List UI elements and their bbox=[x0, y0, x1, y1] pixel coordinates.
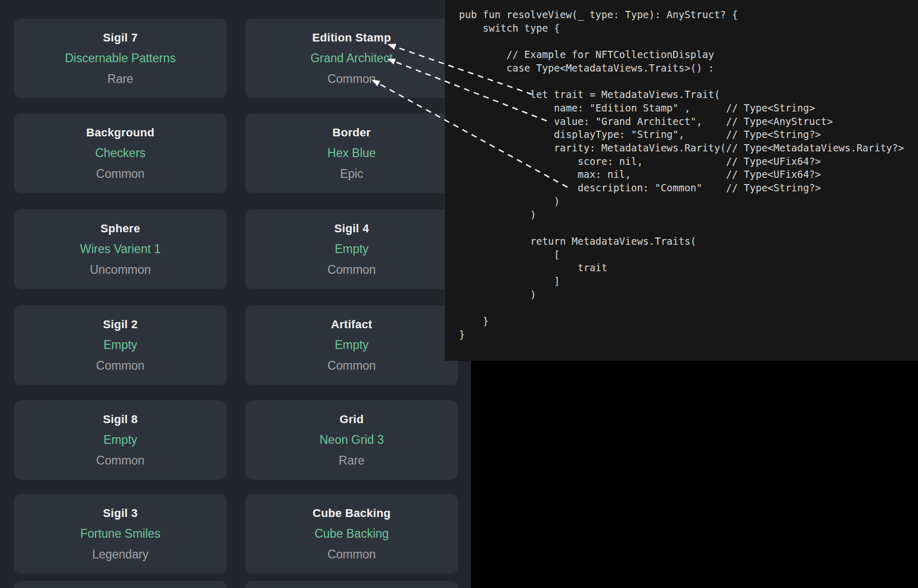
trait-rarity: Common bbox=[327, 263, 375, 277]
trait-value: Neon Grid 3 bbox=[319, 433, 384, 447]
traits-panel: Sigil 7 Discernable Patterns Rare Editio… bbox=[0, 0, 471, 588]
trait-rarity: Uncommon bbox=[90, 263, 151, 277]
trait-rarity: Rare bbox=[107, 72, 133, 86]
trait-value: Cube Backing bbox=[314, 527, 388, 541]
trait-name: Background bbox=[86, 126, 154, 139]
screenshot-root: { "colors": { "background": "#000000", "… bbox=[0, 0, 918, 588]
trait-value: Grand Architect bbox=[311, 51, 393, 65]
trait-rarity: Common bbox=[96, 359, 144, 373]
trait-card-sigil-3: Sigil 3 Fortune Smiles Legendary bbox=[14, 494, 227, 573]
trait-card-artifact: Artifact Empty Common bbox=[245, 305, 458, 385]
code-panel: pub fun resolveView(_ type: Type): AnySt… bbox=[445, 0, 918, 361]
trait-name: Border bbox=[332, 126, 371, 139]
trait-name: Sigil 8 bbox=[103, 413, 138, 426]
trait-rarity: Common bbox=[96, 167, 144, 181]
trait-name: Edition Stamp bbox=[312, 31, 391, 45]
trait-name: Sigil 4 bbox=[335, 222, 369, 235]
code-text: pub fun resolveView(_ type: Type): AnySt… bbox=[459, 9, 904, 340]
trait-rarity: Rare bbox=[339, 454, 365, 468]
trait-value: Hex Blue bbox=[327, 146, 375, 160]
trait-value: Empty bbox=[335, 242, 368, 256]
trait-card-background: Background Checkers Common bbox=[14, 114, 227, 193]
trait-value: Empty bbox=[103, 433, 137, 447]
trait-card-partial bbox=[14, 581, 227, 588]
trait-name: Grid bbox=[340, 413, 364, 426]
trait-card-partial bbox=[245, 581, 458, 588]
trait-rarity: Common bbox=[327, 359, 375, 373]
trait-value: Empty bbox=[103, 338, 137, 352]
trait-card-sigil-7: Sigil 7 Discernable Patterns Rare bbox=[14, 19, 227, 98]
trait-card-grid: Grid Neon Grid 3 Rare bbox=[245, 400, 458, 480]
trait-rarity: Common bbox=[327, 548, 375, 562]
code-block: pub fun resolveView(_ type: Type): AnySt… bbox=[445, 0, 918, 342]
trait-name: Sigil 2 bbox=[103, 318, 138, 331]
trait-card-edition-stamp: Edition Stamp Grand Architect Common bbox=[245, 19, 458, 98]
trait-value: Discernable Patterns bbox=[65, 51, 176, 65]
trait-value: Empty bbox=[335, 338, 368, 352]
trait-rarity: Common bbox=[327, 72, 375, 86]
trait-card-sigil-2: Sigil 2 Empty Common bbox=[14, 305, 227, 385]
trait-rarity: Epic bbox=[340, 167, 364, 181]
trait-rarity: Common bbox=[96, 454, 144, 468]
trait-card-sphere: Sphere Wires Varient 1 Uncommon bbox=[14, 209, 227, 289]
trait-name: Sigil 7 bbox=[103, 31, 138, 45]
trait-value: Checkers bbox=[95, 146, 145, 160]
trait-name: Cube Backing bbox=[313, 507, 391, 520]
trait-card-sigil-4: Sigil 4 Empty Common bbox=[245, 209, 458, 289]
trait-name: Artifact bbox=[331, 318, 372, 331]
trait-name: Sigil 3 bbox=[103, 507, 138, 520]
trait-card-border: Border Hex Blue Epic bbox=[245, 114, 458, 193]
trait-rarity: Legendary bbox=[92, 548, 149, 562]
trait-card-sigil-8: Sigil 8 Empty Common bbox=[14, 400, 227, 480]
trait-value: Wires Varient 1 bbox=[80, 242, 161, 256]
trait-name: Sphere bbox=[101, 222, 140, 235]
trait-card-cube-backing: Cube Backing Cube Backing Common bbox=[245, 494, 458, 573]
trait-value: Fortune Smiles bbox=[80, 527, 161, 541]
